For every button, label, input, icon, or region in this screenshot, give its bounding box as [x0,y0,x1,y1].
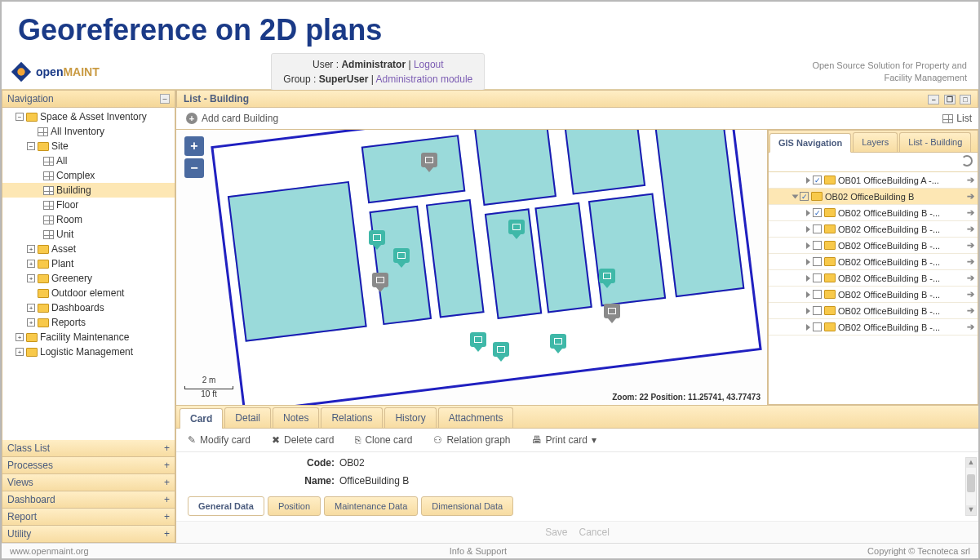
tree-node-dashboards[interactable]: +Dashboards [2,300,175,315]
subtab-dimensional[interactable]: Dimensional Data [421,496,513,516]
goto-icon[interactable]: ➔ [967,191,974,202]
modify-card-button[interactable]: ✎Modify card [184,433,254,447]
admin-module-link[interactable]: Administration module [376,73,473,85]
gis-tree-row[interactable]: OB02 OfficeBuilding B -...➔ [769,303,978,319]
subtab-maintenance[interactable]: Maintenance Data [324,496,418,516]
tab-detail[interactable]: Detail [224,407,271,428]
expand-icon[interactable] [806,291,810,298]
tab-card[interactable]: Card [180,408,223,429]
gis-tree-row[interactable]: OB02 OfficeBuilding B -...➔ [769,319,978,336]
expand-icon[interactable] [806,259,810,265]
expand-icon[interactable] [806,308,810,314]
expand-icon[interactable] [806,177,810,184]
nav-header[interactable]: Navigation – [2,90,175,108]
pc-marker[interactable] [393,248,410,266]
tree-node-greenery[interactable]: +Greenery [2,271,175,286]
tree-node-asset[interactable]: +Asset [2,242,175,256]
goto-icon[interactable]: ➔ [967,240,974,251]
goto-icon[interactable]: ➔ [967,289,974,300]
gis-tree-row[interactable]: OB02 OfficeBuilding B -...➔ [769,254,978,270]
tab-notes[interactable]: Notes [273,407,319,428]
tree-node-reports[interactable]: +Reports [2,315,175,330]
tree-node-plant[interactable]: +Plant [2,256,175,271]
checkbox[interactable] [813,322,822,331]
accordion-report[interactable]: Report+ [2,509,175,526]
tree-node-facility-maint[interactable]: +Facility Maintenance [2,330,175,344]
gis-tree-row[interactable]: ✓OB01 OfficeBuilding A -...➔ [769,172,978,189]
footer-center[interactable]: Info & Support [450,546,507,556]
goto-icon[interactable]: ➔ [967,322,974,332]
pc-marker[interactable] [550,334,566,352]
pc-marker[interactable] [369,230,385,248]
tree-node-room[interactable]: Room [2,212,175,227]
tab-attachments[interactable]: Attachments [438,407,514,428]
tree-node-outdoor[interactable]: Outdoor element [2,286,175,300]
asset-marker[interactable] [604,304,620,322]
tree-node-complex[interactable]: Complex [2,168,175,183]
checkbox[interactable]: ✓ [813,176,822,184]
gis-tree-row[interactable]: OB02 OfficeBuilding B -...➔ [769,270,978,287]
expand-icon[interactable] [806,324,810,331]
expand-icon[interactable] [806,210,810,216]
pc-marker[interactable] [493,342,509,360]
checkbox[interactable] [813,290,822,299]
expand-icon[interactable] [792,194,799,198]
goto-icon[interactable]: ➔ [967,224,974,234]
goto-icon[interactable]: ➔ [967,207,974,218]
expand-icon[interactable] [806,226,810,233]
zoom-out-button[interactable]: − [184,158,204,178]
subtab-general[interactable]: General Data [188,496,264,516]
accordion-views[interactable]: Views+ [2,474,175,491]
asset-marker[interactable] [421,153,437,171]
logout-link[interactable]: Logout [414,59,444,70]
tree-node-logistic-mgmt[interactable]: +Logistic Management [2,344,175,359]
checkbox[interactable] [813,306,822,315]
gis-tree-row[interactable]: ✓OB02 OfficeBuilding B➔ [769,189,978,205]
tree-node-floor[interactable]: Floor [2,198,175,212]
accordion-processes[interactable]: Processes+ [2,457,175,474]
goto-icon[interactable]: ➔ [967,175,974,185]
cancel-button[interactable]: Cancel [579,527,610,538]
window-restore-icon[interactable]: ❐ [944,95,956,104]
checkbox[interactable] [813,273,822,282]
add-card-button[interactable]: + Add card Building [183,111,282,126]
print-card-button[interactable]: 🖶Print card ▾ [529,433,600,447]
checkbox[interactable] [813,224,822,233]
tree-node-space-asset[interactable]: −Space & Asset Inventory [2,109,175,124]
list-view-button[interactable]: List [942,113,972,124]
tab-relations[interactable]: Relations [321,407,383,428]
checkbox[interactable] [813,241,822,250]
relation-graph-button[interactable]: ⚇Relation graph [430,433,513,447]
accordion-utility[interactable]: Utility+ [2,526,175,543]
window-max-icon[interactable]: □ [960,95,971,104]
tree-node-site[interactable]: −Site [2,139,175,153]
tab-gis-layers[interactable]: Layers [853,132,898,152]
clone-card-button[interactable]: ⎘Clone card [352,433,415,447]
gis-tree-row[interactable]: OB02 OfficeBuilding B -...➔ [769,238,978,254]
save-button[interactable]: Save [545,527,567,538]
gis-tree-row[interactable]: OB02 OfficeBuilding B -...➔ [769,221,978,238]
collapse-icon[interactable]: – [160,94,170,104]
tab-history[interactable]: History [384,407,436,428]
gis-tree-row[interactable]: ✓OB02 OfficeBuilding B -...➔ [769,205,978,221]
pc-marker[interactable] [470,332,486,350]
pc-marker[interactable] [599,269,615,287]
accordion-dashboard[interactable]: Dashboard+ [2,491,175,509]
tab-gis-list-building[interactable]: List - Building [899,132,971,152]
checkbox[interactable]: ✓ [800,192,809,201]
refresh-icon[interactable] [961,155,973,167]
asset-marker[interactable] [372,273,388,291]
zoom-in-button[interactable]: + [184,136,204,156]
tree-node-all-inventory[interactable]: All Inventory [2,124,175,139]
footer-left[interactable]: www.openmaint.org [10,546,89,556]
pc-marker[interactable] [508,220,525,238]
goto-icon[interactable]: ➔ [967,273,974,283]
delete-card-button[interactable]: ✖Delete card [268,433,337,447]
expand-icon[interactable] [806,275,810,282]
checkbox[interactable]: ✓ [813,208,822,217]
checkbox[interactable] [813,257,822,266]
map-pane[interactable]: + − [176,130,768,405]
gis-tree-row[interactable]: OB02 OfficeBuilding B -...➔ [769,287,978,303]
tree-node-building[interactable]: Building [2,183,175,198]
tree-node-unit[interactable]: Unit [2,227,175,242]
